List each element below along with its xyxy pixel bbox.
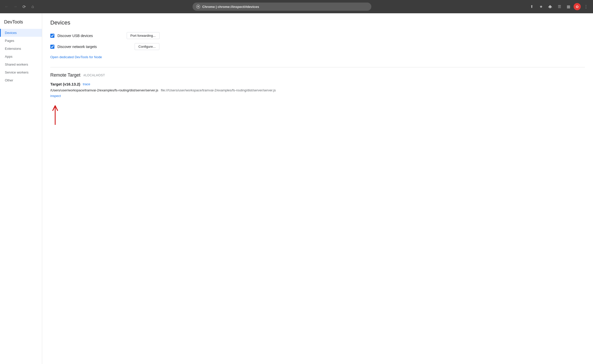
toolbar-right: ⬆ ★ 🢁 ☰ ▦ O ⋮: [528, 3, 590, 11]
port-forwarding-button[interactable]: Port forwarding...: [127, 32, 160, 39]
discover-network-label: Discover network targets: [57, 45, 97, 49]
remote-target-title: Remote Target: [50, 72, 80, 78]
target-inspect-row: inspect: [50, 94, 585, 98]
home-button[interactable]: ⌂: [29, 3, 36, 10]
back-button[interactable]: ←: [3, 3, 10, 10]
sidebar-title: DevTools: [0, 17, 42, 29]
discover-usb-row: Discover USB devices Port forwarding...: [50, 32, 585, 39]
sidebar-item-extensions[interactable]: Extensions: [0, 45, 42, 53]
nav-buttons: ← → ⟳ ⌂: [3, 3, 36, 10]
menu-button[interactable]: ⋮: [582, 3, 590, 11]
target-path: /Users/user/workspace/tramvai-2/examples…: [50, 88, 158, 92]
section-divider: [50, 67, 585, 67]
target-trace-link[interactable]: trace: [83, 82, 90, 86]
main-layout: DevTools Devices Pages Extensions Apps S…: [0, 13, 593, 364]
target-file-url: file:///Users/user/workspace/tramvai-2/e…: [161, 88, 276, 92]
profile-button[interactable]: O: [574, 3, 581, 10]
remote-target-hash: #LOCALHOST: [84, 74, 105, 77]
reload-button[interactable]: ⟳: [20, 3, 28, 10]
sidebar-item-apps[interactable]: Apps: [0, 53, 42, 60]
split-button[interactable]: ▦: [564, 3, 573, 11]
red-arrow-icon: [51, 102, 59, 127]
page-title: Devices: [50, 19, 585, 26]
devtools-node-link[interactable]: Open dedicated DevTools for Node: [50, 55, 102, 59]
forward-button[interactable]: →: [12, 3, 19, 10]
target-entry: Target (v16.13.2) trace /Users/user/work…: [50, 82, 585, 98]
sidebar-item-devices[interactable]: Devices: [0, 29, 42, 37]
target-name-row: Target (v16.13.2) trace: [50, 82, 585, 86]
sidebar-item-service-workers[interactable]: Service workers: [0, 68, 42, 76]
arrow-annotation: [51, 102, 585, 128]
discover-usb-checkbox[interactable]: [50, 34, 54, 38]
discover-usb-label: Discover USB devices: [57, 34, 93, 38]
remote-target-header: Remote Target #LOCALHOST: [50, 72, 585, 78]
chrome-icon: [196, 5, 200, 9]
discover-network-row: Discover network targets Configure...: [50, 43, 585, 50]
discover-network-checkbox[interactable]: [50, 45, 54, 49]
configure-button[interactable]: Configure...: [135, 43, 159, 50]
sidebar: DevTools Devices Pages Extensions Apps S…: [0, 13, 42, 364]
url-display: Chrome | chrome://inspect/#devices: [202, 5, 368, 9]
bookmark-button[interactable]: ★: [537, 3, 545, 11]
target-inspect-link[interactable]: inspect: [50, 94, 61, 98]
target-name: Target (v16.13.2): [50, 82, 80, 86]
sidebar-item-shared-workers[interactable]: Shared workers: [0, 60, 42, 68]
svg-point-1: [197, 6, 199, 7]
share-button[interactable]: ⬆: [528, 3, 536, 11]
address-bar[interactable]: Chrome | chrome://inspect/#devices: [193, 3, 371, 11]
content-area: Devices Discover USB devices Port forwar…: [42, 13, 593, 364]
sidebar-item-pages[interactable]: Pages: [0, 37, 42, 45]
sidebar-item-other[interactable]: Other: [0, 76, 42, 84]
reading-list-button[interactable]: ☰: [555, 3, 563, 11]
target-path-row: /Users/user/workspace/tramvai-2/examples…: [50, 88, 585, 92]
browser-chrome: ← → ⟳ ⌂ Chrome | chrome://inspect/#devic…: [0, 0, 593, 13]
extensions-button[interactable]: 🢁: [546, 3, 554, 11]
